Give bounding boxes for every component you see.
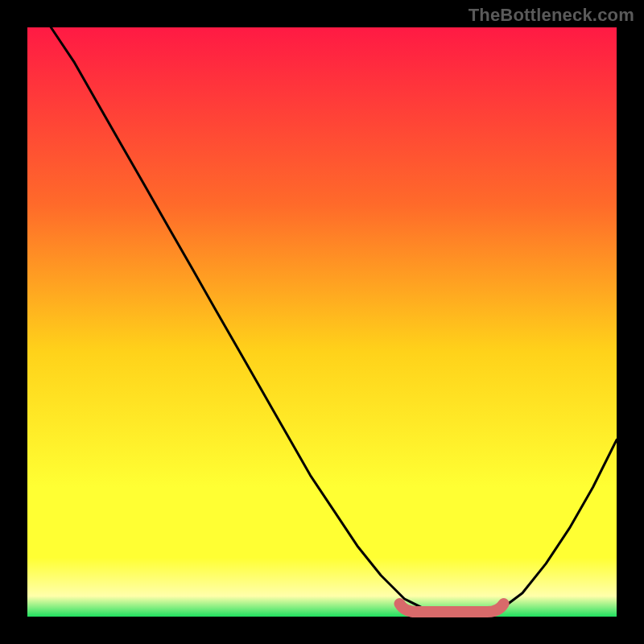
chart-stage: TheBottleneck.com [0, 0, 644, 644]
watermark-text: TheBottleneck.com [469, 5, 634, 26]
bottleneck-chart [0, 0, 644, 644]
plot-area [27, 27, 617, 617]
